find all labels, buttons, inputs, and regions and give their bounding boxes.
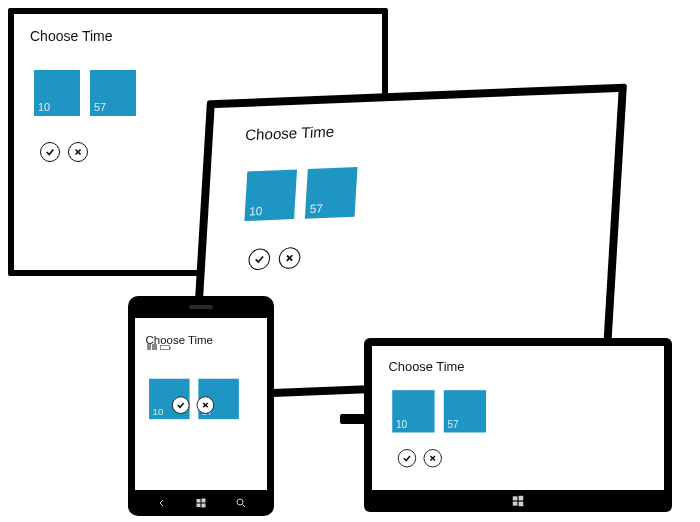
hour-tile[interactable]: 10 bbox=[392, 390, 434, 432]
svg-rect-8 bbox=[197, 504, 201, 508]
hour-tile[interactable]: 10 bbox=[34, 70, 80, 116]
close-icon bbox=[201, 401, 210, 410]
check-icon bbox=[254, 254, 265, 265]
phone: Choose Time 10 57 bbox=[128, 296, 274, 516]
hour-tile[interactable]: 10 bbox=[244, 169, 297, 221]
close-icon bbox=[284, 252, 295, 263]
hour-value: 10 bbox=[38, 101, 50, 113]
back-icon[interactable] bbox=[156, 497, 168, 509]
signal-icon bbox=[147, 344, 157, 350]
time-picker: 10 57 bbox=[244, 156, 618, 221]
phone-status-bar bbox=[147, 342, 255, 352]
confirm-button[interactable] bbox=[172, 396, 190, 414]
svg-line-11 bbox=[242, 505, 245, 508]
screen: Choose Time 10 57 bbox=[372, 346, 664, 490]
check-icon bbox=[176, 401, 185, 410]
svg-rect-6 bbox=[197, 499, 201, 503]
close-icon bbox=[428, 454, 437, 463]
confirm-button[interactable] bbox=[398, 449, 416, 467]
svg-rect-7 bbox=[202, 499, 206, 503]
minute-value: 57 bbox=[447, 419, 458, 430]
svg-rect-17 bbox=[519, 502, 524, 507]
minute-tile[interactable]: 57 bbox=[305, 167, 358, 219]
page-title: Choose Time bbox=[389, 359, 625, 374]
tablet-home-button[interactable] bbox=[511, 494, 525, 508]
svg-rect-15 bbox=[519, 496, 524, 501]
svg-rect-14 bbox=[513, 496, 518, 500]
cancel-button[interactable] bbox=[197, 396, 215, 414]
cancel-button[interactable] bbox=[68, 142, 88, 162]
cancel-button[interactable] bbox=[278, 247, 301, 269]
check-icon bbox=[402, 454, 411, 463]
check-icon bbox=[45, 147, 55, 157]
phone-nav-bar bbox=[128, 494, 274, 512]
confirm-button[interactable] bbox=[248, 248, 271, 270]
windows-icon[interactable] bbox=[195, 497, 207, 509]
hour-value: 10 bbox=[249, 204, 263, 217]
hour-value: 10 bbox=[396, 419, 407, 430]
svg-rect-9 bbox=[202, 504, 206, 508]
phone-earpiece bbox=[189, 305, 213, 309]
tablet: Choose Time 10 57 bbox=[364, 338, 672, 512]
windows-icon bbox=[511, 494, 525, 508]
page-title: Choose Time bbox=[245, 111, 619, 144]
page-title: Choose Time bbox=[30, 28, 366, 44]
minute-tile[interactable]: 57 bbox=[90, 70, 136, 116]
svg-rect-16 bbox=[513, 502, 518, 506]
minute-tile[interactable]: 57 bbox=[444, 390, 486, 432]
svg-point-10 bbox=[237, 499, 243, 505]
minute-value: 57 bbox=[309, 202, 323, 215]
time-picker: 10 57 bbox=[392, 390, 624, 432]
cancel-button[interactable] bbox=[424, 449, 442, 467]
search-icon[interactable] bbox=[235, 497, 247, 509]
battery-icon bbox=[160, 345, 170, 350]
screen: Choose Time 10 57 bbox=[135, 318, 267, 490]
confirm-button[interactable] bbox=[40, 142, 60, 162]
minute-value: 57 bbox=[94, 101, 106, 113]
close-icon bbox=[73, 147, 83, 157]
